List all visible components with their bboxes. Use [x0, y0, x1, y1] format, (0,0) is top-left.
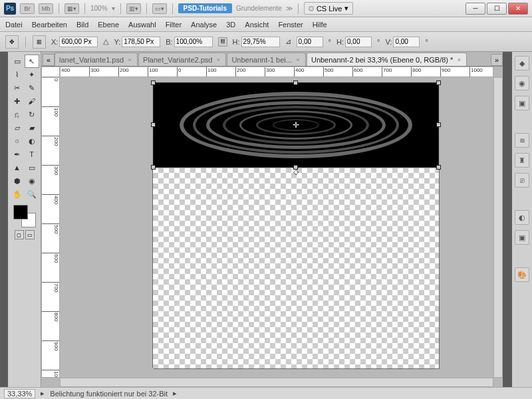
close-icon[interactable]: ×	[215, 57, 221, 63]
menu-fenster[interactable]: Fenster	[278, 21, 303, 29]
status-arrow-icon[interactable]: ▸	[41, 389, 45, 398]
close-icon[interactable]: ×	[295, 57, 301, 63]
workspace-more[interactable]: ≫	[286, 5, 293, 12]
shape-tool[interactable]: ▭	[25, 161, 39, 174]
document-tab[interactable]: Unbenannt-1 bei...×	[227, 53, 306, 66]
x-input[interactable]	[59, 37, 98, 47]
cs-live-button[interactable]: CS Live ▾	[304, 2, 354, 15]
close-icon[interactable]: ×	[126, 57, 133, 63]
document-tab[interactable]: lanet_Variante1.psd×	[55, 53, 138, 66]
angle-icon: ⊿	[285, 37, 291, 46]
left-dock-strip[interactable]	[0, 52, 8, 387]
bridge-button[interactable]: Br	[20, 3, 35, 14]
type-tool[interactable]: T	[25, 148, 39, 161]
menu-bar: Datei Bearbeiten Bild Ebene Auswahl Filt…	[0, 17, 532, 32]
vskew-label: V:	[385, 38, 392, 46]
stamp-tool[interactable]: ⎌	[10, 108, 25, 121]
y-input[interactable]	[122, 37, 160, 47]
close-icon[interactable]: ×	[456, 57, 462, 63]
menu-analyse[interactable]: Analyse	[191, 21, 217, 29]
adjustments-panel-icon[interactable]: ≋	[515, 133, 529, 148]
view-extras-dropdown[interactable]: ▦▾	[65, 3, 79, 14]
cslive-label: CS Live	[317, 5, 342, 13]
menu-3d[interactable]: 3D	[226, 21, 235, 29]
eyedropper-tool[interactable]: ✎	[25, 81, 39, 94]
zoom-tool[interactable]: 🔍	[25, 188, 39, 201]
ruler-horizontal[interactable]: 4003002001000100200300400500600700800900…	[60, 66, 493, 77]
quickmask-toggle[interactable]: ◻	[15, 230, 24, 239]
wand-tool[interactable]: ✦	[25, 68, 39, 81]
document-tab[interactable]: Planet_Variante2.psd×	[138, 53, 226, 66]
tab-scroll-right[interactable]: »	[491, 54, 503, 66]
screenmode-toggle[interactable]: ▭	[25, 230, 35, 239]
delta-icon[interactable]: △	[103, 37, 108, 46]
angle-input[interactable]	[297, 37, 323, 47]
paths-panel-icon[interactable]: ▣	[515, 96, 529, 110]
vskew-input[interactable]	[393, 37, 420, 47]
hskew-input[interactable]	[345, 37, 372, 47]
document-tab[interactable]: Unbenannt-2 bei 33,3% (Ebene 0, RGB/8) *…	[307, 53, 467, 66]
channels-panel-icon[interactable]: ◉	[515, 76, 529, 90]
menu-ebene[interactable]: Ebene	[98, 21, 119, 29]
link-icon[interactable]: ⛓	[218, 37, 227, 47]
maximize-button[interactable]: ☐	[487, 3, 507, 15]
actions-panel-icon[interactable]: ▣	[515, 230, 529, 245]
menu-hilfe[interactable]: Hilfe	[313, 21, 327, 29]
history-panel-icon[interactable]: ◐	[515, 210, 529, 225]
zoom-value[interactable]: 100%	[90, 5, 108, 12]
dodge-tool[interactable]: ◐	[25, 134, 39, 148]
screenmode-dropdown[interactable]: ▭▾	[152, 3, 167, 14]
status-arrow-icon[interactable]: ▸	[173, 389, 177, 398]
lasso-tool[interactable]: ⌇	[10, 68, 25, 81]
menu-filter[interactable]: Filter	[166, 21, 182, 29]
ruler-origin[interactable]	[41, 66, 60, 77]
history-brush-tool[interactable]: ↻	[25, 108, 39, 121]
x-label: X:	[51, 38, 58, 46]
tab-scroll-left[interactable]: «	[43, 54, 55, 66]
zoom-status[interactable]: 33,33%	[4, 389, 35, 398]
right-dock-strip[interactable]	[503, 52, 512, 387]
gradient-tool[interactable]: ▰	[25, 121, 39, 134]
path-select-tool[interactable]: ▲	[10, 161, 25, 174]
crop-tool[interactable]: ✂	[10, 81, 25, 94]
menu-auswahl[interactable]: Auswahl	[128, 21, 156, 29]
scrollbar-vertical[interactable]	[493, 77, 503, 378]
healing-tool[interactable]: ✚	[10, 94, 25, 108]
brush-tool[interactable]: 🖌	[25, 94, 39, 108]
transform-tool-icon[interactable]: ✥	[5, 35, 19, 49]
h-input[interactable]	[241, 37, 280, 47]
minimize-button[interactable]: ─	[466, 3, 485, 15]
ruler-vertical[interactable]: 010020030040050060070080090010001100	[41, 77, 60, 378]
canvas[interactable]	[153, 82, 439, 368]
menu-bearbeiten[interactable]: Bearbeiten	[32, 21, 67, 29]
minibridge-button[interactable]: Mb	[39, 3, 53, 14]
move-tool[interactable]: ↖	[25, 55, 39, 68]
3d-camera-tool[interactable]: ◉	[25, 174, 39, 188]
masks-panel-icon[interactable]: ♜	[515, 153, 529, 168]
hand-tool[interactable]: ✋	[10, 188, 25, 201]
eraser-tool[interactable]: ▱	[10, 121, 25, 134]
foreground-color[interactable]	[13, 205, 28, 219]
menu-bild[interactable]: Bild	[76, 21, 88, 29]
styles-panel-icon[interactable]: ⎚	[515, 173, 529, 188]
menu-datei[interactable]: Datei	[5, 21, 23, 29]
w-input[interactable]	[174, 37, 213, 47]
workspace-grundelemente[interactable]: Grundelemente	[236, 5, 282, 12]
color-panel-icon[interactable]: 🎨	[515, 267, 529, 282]
scrollbar-horizontal[interactable]	[60, 378, 493, 387]
pen-tool[interactable]: ✒	[10, 148, 25, 161]
blur-tool[interactable]: ○	[10, 134, 25, 148]
panel-dock: ◆ ◉ ▣ ≋ ♜ ⎚ ◐ ▣ 🎨	[512, 52, 532, 387]
workspace-psd-tutorials[interactable]: PSD-Tutorials	[178, 3, 232, 13]
menu-ansicht[interactable]: Ansicht	[245, 21, 269, 29]
arrange-dropdown[interactable]: ▥▾	[126, 3, 141, 14]
close-button[interactable]: ✕	[508, 3, 528, 15]
marquee-tool[interactable]: ▭	[10, 55, 25, 68]
h-label: H:	[233, 38, 240, 46]
layers-panel-icon[interactable]: ◆	[515, 56, 529, 70]
canvas-viewport[interactable]: ✛ ◇	[60, 77, 493, 378]
color-swatches[interactable]	[13, 205, 36, 227]
3d-tool[interactable]: ⬢	[10, 174, 25, 188]
y-label: Y:	[114, 38, 120, 46]
reference-point-icon[interactable]: ⊞	[33, 35, 46, 49]
